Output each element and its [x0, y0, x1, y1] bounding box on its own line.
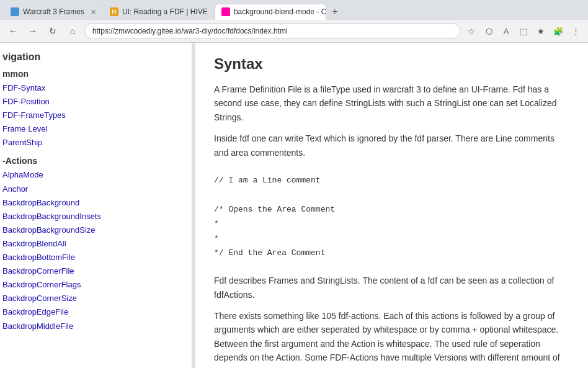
sidebar-link-backdrop-cornerfile[interactable]: BackdropCornerFile [2, 264, 185, 278]
tab-bar: Warcraft 3 Frames ✕ H UI: Reading a FDF … [0, 0, 588, 20]
sidebar-link-backdrop-edgefile[interactable]: BackdropEdgeFile [2, 305, 185, 319]
intro-paragraph: A Frame Definition File is a fileType us… [214, 83, 569, 124]
translate-icon[interactable]: A [499, 24, 514, 38]
code-line-2 [214, 187, 569, 202]
sidebar-link-frame-level[interactable]: Frame Level [2, 122, 185, 136]
sidebar-link-backdrop-bottomfile[interactable]: BackdropBottomFile [2, 251, 185, 264]
tab-hive[interactable]: H UI: Reading a FDF | HIVE ✕ [103, 4, 215, 20]
tab-favicon-warcraft [11, 7, 19, 16]
code-line-6: */ End the Area Comment [214, 246, 569, 260]
sidebar-link-anchor[interactable]: Anchor [2, 182, 185, 196]
forward-button[interactable]: → [25, 23, 41, 39]
code-line-4: * [214, 217, 569, 231]
cast-icon[interactable]: ⬡ [481, 24, 496, 38]
code-line-3: /* Opens the Area Comment [214, 202, 569, 217]
page: vigation mmon FDF-Syntax FDF-Position FD… [0, 43, 588, 368]
describes-paragraph: Fdf describes Frames and StringLists. Th… [214, 274, 569, 302]
tab-label-hive: UI: Reading a FDF | HIVE [122, 7, 208, 16]
code-line-1: // I am a Line comment [214, 173, 569, 187]
sidebar-link-backdrop-cornersize[interactable]: BackdropCornerSize [2, 292, 185, 305]
sidebar-common-title: mmon [2, 69, 185, 79]
sidebar-link-backdrop-middlefile[interactable]: BackdropMiddleFile [2, 320, 185, 333]
toolbar-icons: ☆ ⬡ A ⬚ ★ 🧩 ⋮ [464, 24, 583, 38]
new-tab-button[interactable]: + [326, 4, 344, 20]
back-button[interactable]: ← [5, 23, 21, 39]
tab-warcraft[interactable]: Warcraft 3 Frames ✕ [4, 4, 103, 20]
exists-paragraph: There exists something like 105 fdf-acti… [214, 309, 569, 368]
sidebar-nav-title: vigation [2, 52, 185, 63]
tab-label-css: background-blend-mode - CSS: ... [234, 7, 326, 16]
code-block-comments: // I am a Line comment /* Opens the Area… [214, 167, 569, 266]
home-button[interactable]: ⌂ [65, 23, 81, 39]
sidebar-link-parentship[interactable]: ParentShip [2, 136, 185, 150]
star-icon[interactable]: ★ [533, 24, 548, 38]
main-content: Syntax A Frame Definition File is a file… [195, 43, 588, 368]
sidebar-link-backdrop-cornerflags[interactable]: BackdropCornerFlags [2, 278, 185, 292]
page-title: Syntax [214, 55, 569, 73]
screenshot-icon[interactable]: ⬚ [516, 24, 531, 38]
address-bar: ← → ↻ ⌂ ☆ ⬡ A ⬚ ★ 🧩 ⋮ [0, 20, 588, 42]
sidebar-link-fdf-position[interactable]: FDF-Position [2, 95, 185, 109]
sidebar-link-alphamode[interactable]: AlphaMode [2, 168, 185, 182]
sidebar-link-backdrop-bg-size[interactable]: BackdropBackgroundSize [2, 223, 185, 237]
sidebar: vigation mmon FDF-Syntax FDF-Position FD… [0, 43, 192, 368]
menu-icon[interactable]: ⋮ [568, 24, 583, 38]
tab-close-warcraft[interactable]: ✕ [91, 8, 96, 16]
sidebar-link-backdrop-bg-insets[interactable]: BackdropBackgroundInsets [2, 210, 185, 223]
inside-paragraph: Inside fdf one can write Text which is i… [214, 132, 569, 159]
sidebar-link-fdf-syntax[interactable]: FDF-Syntax [2, 81, 185, 95]
extension-icon[interactable]: 🧩 [551, 24, 566, 38]
sidebar-actions-title: -Actions [2, 156, 185, 166]
sidebar-link-backdrop-blendall[interactable]: BackdropBlendAll [2, 237, 185, 251]
refresh-button[interactable]: ↻ [45, 23, 61, 39]
code-line-5: * [214, 231, 569, 246]
tab-css[interactable]: background-blend-mode - CSS: ... ✕ [215, 4, 326, 20]
bookmark-icon[interactable]: ☆ [464, 24, 479, 38]
url-bar[interactable] [84, 23, 460, 39]
tab-favicon-css [221, 7, 230, 16]
sidebar-link-fdf-frametypes[interactable]: FDF-FrameTypes [2, 109, 185, 122]
sidebar-link-backdrop-bg[interactable]: BackdropBackground [2, 196, 185, 210]
tab-favicon-hive: H [110, 7, 118, 16]
tab-label-warcraft: Warcraft 3 Frames [23, 7, 84, 16]
browser-chrome: Warcraft 3 Frames ✕ H UI: Reading a FDF … [0, 0, 588, 43]
